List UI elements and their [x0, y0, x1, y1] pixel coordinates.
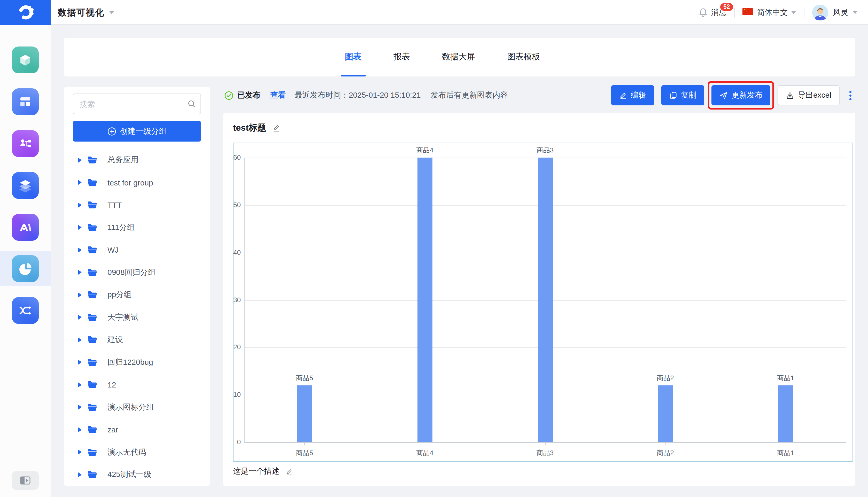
- create-group-label: 创建一级分组: [120, 126, 167, 136]
- chevron-down-icon: [791, 11, 796, 14]
- expand-caret-icon[interactable]: [78, 270, 82, 275]
- expand-caret-icon[interactable]: [78, 405, 82, 410]
- folder-list: 总务应用test for groupTTT111分组WJ0908回归分组pp分组…: [64, 149, 210, 486]
- folder-label: WJ: [108, 246, 118, 254]
- rail-item-org-chart[interactable]: [12, 130, 39, 157]
- edit-title-pencil-icon[interactable]: [272, 124, 281, 132]
- expand-caret-icon[interactable]: [78, 202, 82, 208]
- bar-商品3[interactable]: [538, 158, 553, 442]
- create-group-button[interactable]: 创建一级分组: [73, 121, 201, 142]
- language-selector[interactable]: 简体中文: [742, 8, 796, 17]
- folder-icon: [87, 224, 102, 231]
- plus-circle-icon: [107, 127, 116, 136]
- y-axis-tick-label: 60: [225, 154, 241, 162]
- collapse-sidebar-button[interactable]: [12, 471, 39, 490]
- folder-item[interactable]: 回归1220bug: [64, 351, 210, 373]
- folder-label: TTT: [108, 201, 122, 210]
- expand-caret-icon[interactable]: [78, 180, 82, 185]
- folder-item[interactable]: 425测试一级: [64, 464, 210, 486]
- expand-caret-icon[interactable]: [78, 472, 82, 477]
- view-link[interactable]: 查看: [270, 90, 286, 100]
- export-excel-button[interactable]: 导出excel: [778, 85, 840, 105]
- chevron-down-icon: [109, 11, 114, 14]
- folder-item[interactable]: zar: [64, 418, 210, 441]
- avatar: [812, 4, 828, 20]
- bar-商品5[interactable]: [297, 385, 312, 442]
- edit-button[interactable]: 编辑: [611, 85, 654, 105]
- active-tab-indicator: [341, 75, 366, 76]
- copy-button[interactable]: 复制: [661, 85, 704, 105]
- y-axis-tick-label: 20: [225, 343, 241, 352]
- app-switcher[interactable]: 数据可视化: [58, 0, 114, 25]
- tab-item-3[interactable]: 图表模板: [507, 38, 540, 76]
- expand-caret-icon[interactable]: [78, 360, 82, 365]
- folder-icon: [87, 381, 102, 389]
- rail-item-dashboard[interactable]: [12, 88, 39, 115]
- rail-item-shuffle[interactable]: [12, 297, 39, 324]
- expand-caret-icon[interactable]: [78, 225, 82, 230]
- folder-item[interactable]: TTT: [64, 194, 210, 216]
- app-logo[interactable]: [0, 0, 51, 25]
- search-input[interactable]: [73, 99, 187, 108]
- expand-caret-icon[interactable]: [78, 293, 82, 298]
- logo-icon: [17, 4, 34, 21]
- folder-item[interactable]: test for group: [64, 171, 210, 194]
- check-circle-icon: [224, 91, 233, 100]
- folder-item[interactable]: 111分组: [64, 216, 210, 239]
- dashboard-icon: [18, 95, 32, 109]
- x-axis-tick-label: 商品5: [279, 449, 330, 457]
- folder-item[interactable]: 天宇测试: [64, 306, 210, 329]
- more-actions-button[interactable]: [846, 85, 855, 105]
- update-publish-button[interactable]: 更新发布: [711, 85, 770, 105]
- folder-label: test for group: [108, 178, 153, 187]
- rail-item-ai[interactable]: [12, 214, 39, 241]
- rail-item-cube[interactable]: [12, 46, 39, 73]
- folder-item[interactable]: 建设: [64, 329, 210, 351]
- folder-icon: [87, 201, 102, 209]
- expand-caret-icon[interactable]: [78, 427, 82, 432]
- expand-caret-icon[interactable]: [78, 247, 82, 253]
- x-axis-tick-mark: [545, 442, 545, 445]
- expand-caret-icon[interactable]: [78, 382, 82, 387]
- folder-label: 425测试一级: [108, 470, 152, 480]
- folder-icon: [87, 291, 102, 299]
- folder-item[interactable]: 12: [64, 373, 210, 396]
- bar-label: 商品5: [281, 373, 328, 382]
- top-bar: 数据可视化 消息 52: [0, 0, 868, 25]
- rail-item-pie-chart[interactable]: [12, 255, 39, 282]
- edit-description-pencil-icon[interactable]: [285, 467, 293, 475]
- expand-caret-icon[interactable]: [78, 450, 82, 455]
- group-panel: 创建一级分组 总务应用test for groupTTT111分组WJ0908回…: [64, 87, 210, 486]
- folder-item[interactable]: pp分组: [64, 284, 210, 306]
- folder-icon: [87, 403, 102, 411]
- expand-caret-icon[interactable]: [78, 158, 82, 163]
- search-icon: [187, 100, 196, 108]
- folder-icon: [87, 358, 102, 366]
- language-label: 简体中文: [757, 8, 788, 17]
- expand-caret-icon[interactable]: [78, 337, 82, 342]
- bar-商品1[interactable]: [778, 385, 793, 442]
- bar-商品2[interactable]: [658, 385, 673, 442]
- messages-button[interactable]: 消息 52: [699, 8, 726, 17]
- folder-item[interactable]: 演示图标分组: [64, 396, 210, 418]
- chart-description: 这是一个描述: [233, 467, 280, 476]
- folder-icon: [87, 426, 102, 434]
- chart-plot: 0102030405060商品5商品5商品4商品4商品3商品3商品2商品2商品1…: [233, 143, 853, 462]
- folder-item[interactable]: 0908回归分组: [64, 261, 210, 284]
- tab-item-0[interactable]: 图表: [345, 38, 361, 76]
- shuffle-icon: [18, 303, 32, 318]
- bar-商品4[interactable]: [417, 158, 432, 442]
- rail-item-layers[interactable]: [12, 172, 39, 199]
- divider: [734, 8, 735, 17]
- copy-icon: [669, 91, 677, 99]
- folder-item[interactable]: WJ: [64, 239, 210, 261]
- folder-item[interactable]: 总务应用: [64, 149, 210, 171]
- user-menu[interactable]: 风灵: [812, 4, 858, 20]
- folder-icon: [87, 336, 102, 344]
- tab-item-2[interactable]: 数据大屏: [442, 38, 475, 76]
- expand-caret-icon[interactable]: [78, 315, 82, 320]
- app-rail: [0, 25, 51, 497]
- tab-item-1[interactable]: 报表: [394, 38, 410, 76]
- folder-item[interactable]: 演示无代码: [64, 441, 210, 464]
- bar-label: 商品2: [642, 373, 689, 382]
